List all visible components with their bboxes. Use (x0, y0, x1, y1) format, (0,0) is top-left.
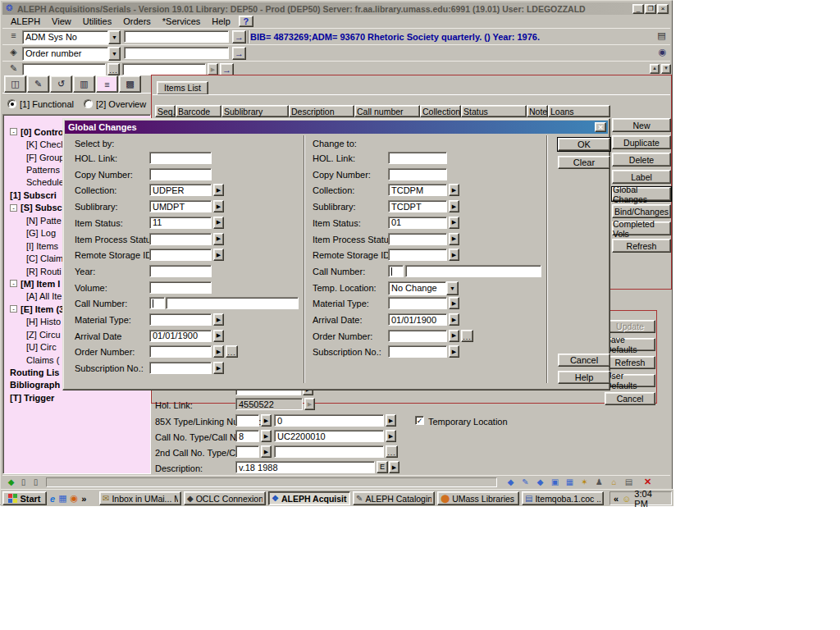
dropdown-arrow-button[interactable]: ▶ (213, 345, 224, 358)
tab-items-list[interactable]: Items List (157, 81, 208, 94)
dropdown-arrow-button[interactable]: ▶ (213, 330, 224, 342)
tree-expand-icon[interactable]: - (10, 204, 17, 212)
item-status-field[interactable] (388, 217, 447, 229)
order-number-field[interactable] (149, 345, 212, 358)
chevron-down-icon[interactable]: ▼ (108, 47, 121, 61)
dropdown-arrow-button[interactable]: ▶ (389, 461, 399, 473)
order-field-selector[interactable]: Order number ▼ (22, 47, 121, 61)
temporary-location-checkbox[interactable]: ✓ (415, 416, 424, 425)
x85-type-field[interactable] (235, 414, 259, 427)
refresh-button[interactable]: Refresh (612, 239, 671, 253)
global-changes-button[interactable]: Global Changes (612, 187, 671, 201)
remote-storage-id-field[interactable] (149, 249, 212, 261)
sidebar-tab-2[interactable]: ✎ (27, 75, 49, 93)
cancel-button[interactable]: Cancel (605, 392, 655, 405)
help-button[interactable]: Help (558, 371, 610, 384)
expand-spin-button[interactable]: E (377, 461, 388, 473)
item-process-status-field[interactable] (388, 233, 447, 245)
dropdown-arrow-button[interactable]: ▶ (261, 414, 272, 427)
tree-item[interactable]: [T] Trigger (3, 391, 150, 404)
sidebar-tab-4[interactable]: ▥ (73, 75, 95, 93)
ie-icon[interactable]: e (50, 494, 55, 504)
call-number-type-field[interactable] (149, 297, 165, 309)
menu-view[interactable]: View (47, 16, 76, 27)
column-header-call-number[interactable]: Call number (354, 105, 420, 117)
order-number-field[interactable] (388, 330, 447, 342)
dropdown-arrow-button[interactable]: ▶ (449, 345, 459, 358)
key-icon[interactable]: ✶ (579, 477, 590, 486)
column-header-status[interactable]: Status (461, 105, 527, 117)
new-button[interactable]: New (612, 118, 671, 132)
maximize-button[interactable]: ❐ (645, 4, 656, 14)
taskbar-task-itemqoba[interactable]: ▤Itemqoba.1.coc ... (522, 491, 604, 505)
green-diamond-icon[interactable]: ◆ (6, 477, 16, 486)
label-button[interactable]: Label (612, 170, 671, 184)
tree-expand-icon[interactable]: - (10, 128, 17, 135)
material-type-field[interactable] (388, 297, 447, 309)
start-button[interactable]: Start (2, 491, 47, 505)
menu-help[interactable]: Help (207, 16, 235, 27)
year-field[interactable] (149, 265, 212, 277)
order-number-input[interactable] (124, 47, 229, 59)
column-header-sublibrary[interactable]: Sublibrary (221, 105, 289, 117)
ok-button[interactable]: OK (558, 138, 610, 151)
column-header-collection[interactable]: Collection (420, 105, 461, 117)
taskbar-task-umass-libraries[interactable]: ⬤UMass Libraries ... (437, 491, 519, 505)
adm-sys-no-input[interactable] (124, 30, 229, 43)
copy-number-field[interactable] (388, 168, 447, 180)
dropdown-arrow-button[interactable]: ▶ (449, 184, 459, 196)
tree-expand-icon[interactable]: - (10, 305, 17, 313)
callno-field[interactable] (274, 430, 384, 442)
sidebar-tab-5[interactable]: ≡ (96, 75, 118, 93)
menu-services[interactable]: *Services (158, 16, 205, 27)
taskbar-task-aleph-acquisiti[interactable]: ❖ALEPH Acquisiti... (268, 491, 350, 505)
page-icon[interactable]: ▯ (30, 477, 41, 486)
arrival-date-field[interactable] (388, 313, 447, 326)
radio-overview[interactable]: [2] Overview (84, 99, 146, 109)
clear-button[interactable]: Clear (558, 156, 610, 169)
volume-field[interactable] (149, 281, 212, 294)
show-desktop-icon[interactable]: ▦ (58, 493, 66, 504)
dropdown-arrow-button[interactable]: ▶ (213, 362, 224, 374)
dialog-close-icon[interactable]: ✕ (595, 122, 606, 132)
arrival-date-field[interactable] (149, 330, 212, 342)
taskbar-task-inbox-in-umai[interactable]: ✉Inbox in UMai... M... (99, 491, 181, 505)
browse-ellipsis-button[interactable]: ... (226, 345, 238, 358)
window-icon[interactable]: ▣ (550, 477, 560, 486)
menu-utilities[interactable]: Utilities (78, 16, 116, 27)
dropdown-arrow-button[interactable]: ▶ (449, 233, 459, 245)
dropdown-arrow-button[interactable]: ▶ (208, 63, 218, 75)
copy-number-field[interactable] (149, 168, 212, 180)
cancel-button[interactable]: Cancel (558, 354, 610, 367)
bank-icon[interactable]: ⌂ (609, 477, 619, 486)
diamond-icon[interactable]: ◆ (505, 477, 516, 486)
overflow-chevron-icon[interactable]: » (81, 494, 86, 504)
go-arrow-button[interactable]: → (232, 30, 246, 43)
chevron-down-icon[interactable]: ▼ (446, 281, 459, 295)
hol-link-field[interactable] (388, 152, 447, 164)
close-button[interactable]: × (657, 4, 669, 14)
dropdown-arrow-button[interactable]: ▶ (213, 200, 224, 212)
dropdown-arrow-button[interactable]: ▶ (449, 330, 459, 342)
sort-up-icon[interactable]: ▴ (650, 64, 660, 74)
search-field-selector[interactable]: ADM Sys No ▼ (22, 30, 121, 44)
browse-ellipsis-button[interactable]: ... (386, 445, 398, 458)
collection-field[interactable] (388, 184, 447, 196)
callno2-field[interactable] (274, 445, 384, 458)
dropdown-arrow-button[interactable]: ▶ (449, 249, 459, 261)
sidebar-tab-3[interactable]: ↺ (50, 75, 72, 93)
tree-expand-icon[interactable]: - (10, 280, 17, 287)
quick-input-2[interactable] (122, 63, 206, 75)
dropdown-arrow-button[interactable]: ▶ (449, 297, 459, 309)
callno-type-field[interactable] (235, 430, 259, 442)
sidebar-tab-6[interactable]: ▩ (119, 75, 141, 93)
sublibrary-field[interactable] (388, 200, 447, 212)
sort-down-icon[interactable]: ▾ (661, 64, 671, 74)
dropdown-arrow-button[interactable]: ▶ (386, 430, 396, 442)
person-icon[interactable]: ♟ (594, 477, 605, 486)
quick-input-1[interactable] (22, 63, 106, 75)
item-process-status-field[interactable] (149, 233, 212, 245)
go-arrow-button[interactable]: → (232, 47, 246, 60)
call-number-field[interactable] (166, 297, 299, 309)
sublibrary-field[interactable] (149, 200, 212, 212)
